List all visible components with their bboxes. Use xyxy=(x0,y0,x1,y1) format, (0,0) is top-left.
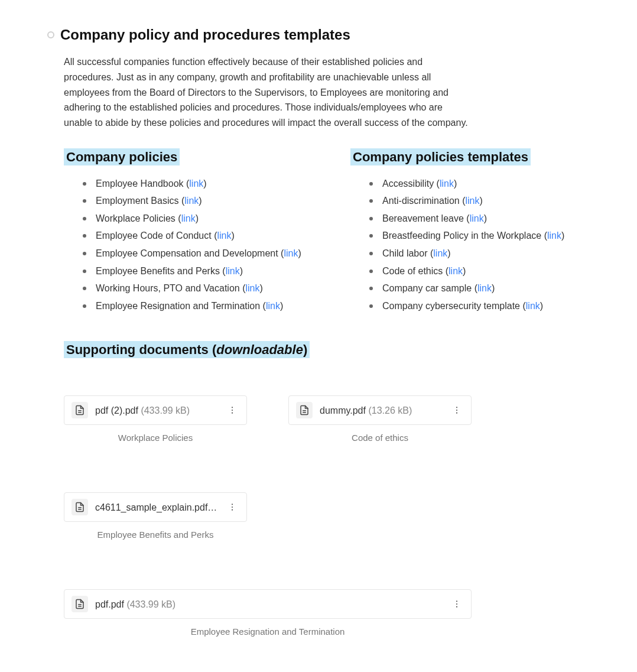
file-name: pdf.pdf (433.99 kB) xyxy=(95,597,443,612)
list-item-label: Employee Handbook xyxy=(96,178,186,189)
list-item: Code of ethics (link) xyxy=(369,264,590,279)
list-item-label: Employee Resignation and Termination xyxy=(96,301,263,311)
file-name: c4611_sample_explain.pdf (88.... xyxy=(95,500,218,515)
file-icon-wrap xyxy=(72,402,88,418)
file-menu-button[interactable] xyxy=(450,597,464,611)
file-size: (13.26 kB) xyxy=(368,405,412,415)
document-icon xyxy=(299,405,310,415)
list-item: Employee Handbook (link) xyxy=(83,176,303,191)
document-icon xyxy=(74,405,85,415)
list-item: Workplace Policies (link) xyxy=(83,211,303,226)
list-item: Employee Code of Conduct (link) xyxy=(83,228,303,244)
svg-point-18 xyxy=(456,603,457,605)
policy-link[interactable]: link xyxy=(181,213,196,223)
svg-point-8 xyxy=(456,410,457,411)
policy-link[interactable]: link xyxy=(547,231,561,241)
file-name: pdf (2).pdf (433.99 kB) xyxy=(95,403,218,418)
file-menu-button[interactable] xyxy=(450,403,464,417)
more-vertical-icon xyxy=(228,502,237,512)
document-icon xyxy=(74,502,85,512)
file-card[interactable]: pdf (2).pdf (433.99 kB) xyxy=(64,395,247,425)
policy-link[interactable]: link xyxy=(448,266,463,276)
policy-link[interactable]: link xyxy=(433,248,447,258)
heading-company-policies: Company policies xyxy=(64,148,180,165)
more-vertical-icon xyxy=(228,405,237,415)
more-vertical-icon xyxy=(452,599,462,609)
policy-link[interactable]: link xyxy=(477,283,492,293)
policy-link[interactable]: link xyxy=(245,283,259,293)
svg-point-4 xyxy=(232,413,233,414)
policy-link[interactable]: link xyxy=(189,178,203,189)
file-card[interactable]: dummy.pdf (13.26 kB) xyxy=(288,395,472,425)
policy-link[interactable]: link xyxy=(526,301,540,311)
policy-link[interactable]: link xyxy=(217,231,231,241)
list-item-label: Bereavement leave xyxy=(382,213,466,223)
list-item-label: Accessibility xyxy=(382,178,437,189)
svg-point-17 xyxy=(456,601,457,602)
document-icon xyxy=(74,599,85,609)
file-size: (433.99 kB) xyxy=(141,405,190,415)
policy-link[interactable]: link xyxy=(284,248,298,258)
list-item-label: Employee Compensation and Development xyxy=(96,248,281,258)
file-caption: Employee Resignation and Termination xyxy=(64,625,472,639)
list-item-label: Company cybersecurity template xyxy=(382,301,522,311)
policy-link[interactable]: link xyxy=(470,213,484,223)
policy-link[interactable]: link xyxy=(465,196,479,206)
list-item-label: Working Hours, PTO and Vacation xyxy=(96,283,242,293)
file-menu-button[interactable] xyxy=(225,500,239,514)
list-item: Bereavement leave (link) xyxy=(369,211,590,226)
list-item: Anti-discrimination (link) xyxy=(369,193,590,209)
file-block: pdf.pdf (433.99 kB) Employee Resignation… xyxy=(64,589,472,639)
page-title: Company policy and procedures templates xyxy=(60,24,350,46)
list-item: Breastfeeding Policy in the Workplace (l… xyxy=(369,228,590,244)
file-caption: Employee Benefits and Perks xyxy=(64,528,247,542)
policy-link[interactable]: link xyxy=(440,178,454,189)
list-item-label: Company car sample xyxy=(382,283,474,293)
supporting-head-post: ) xyxy=(303,342,307,357)
file-block: c4611_sample_explain.pdf (88.... Employe… xyxy=(64,492,247,542)
svg-point-3 xyxy=(232,410,233,411)
list-item: Company cybersecurity template (link) xyxy=(369,298,590,314)
supporting-head-italic: downloadable xyxy=(216,342,303,357)
list-item: Employee Benefits and Perks (link) xyxy=(83,264,303,279)
file-caption: Workplace Policies xyxy=(64,431,247,445)
file-icon-wrap xyxy=(72,499,88,515)
more-vertical-icon xyxy=(452,405,462,415)
list-item: Employee Compensation and Development (l… xyxy=(83,246,303,261)
list-item-label: Code of ethics xyxy=(382,266,446,276)
svg-point-14 xyxy=(232,509,233,511)
file-caption: Code of ethics xyxy=(288,431,472,445)
list-item-label: Employee Benefits and Perks xyxy=(96,266,222,276)
policy-link[interactable]: link xyxy=(226,266,240,276)
file-card[interactable]: pdf.pdf (433.99 kB) xyxy=(64,589,472,619)
file-size: (433.99 kB) xyxy=(126,599,176,609)
file-block: dummy.pdf (13.26 kB) Code of ethics xyxy=(288,395,472,445)
svg-point-2 xyxy=(232,407,233,408)
file-menu-button[interactable] xyxy=(225,403,239,417)
list-item-label: Workplace Policies xyxy=(96,213,178,223)
policy-link[interactable]: link xyxy=(184,196,199,206)
list-item-label: Employment Basics xyxy=(96,196,181,206)
svg-point-12 xyxy=(232,504,233,505)
heading-company-policies-templates: Company policies templates xyxy=(350,148,531,165)
file-card[interactable]: c4611_sample_explain.pdf (88.... xyxy=(64,492,247,522)
list-item: Company car sample (link) xyxy=(369,281,590,296)
list-item-label: Child labor xyxy=(382,248,430,258)
file-icon-wrap xyxy=(72,596,88,612)
list-item: Employee Resignation and Termination (li… xyxy=(83,298,303,314)
file-icon-wrap xyxy=(296,402,313,418)
svg-point-19 xyxy=(456,606,457,608)
list-item-label: Breastfeeding Policy in the Workplace xyxy=(382,231,544,241)
list-item: Working Hours, PTO and Vacation (link) xyxy=(83,281,303,296)
supporting-head-pre: Supporting documents ( xyxy=(66,342,216,357)
policy-link[interactable]: link xyxy=(266,301,280,311)
svg-point-7 xyxy=(456,407,457,408)
list-item: Employment Basics (link) xyxy=(83,193,303,209)
file-name: dummy.pdf (13.26 kB) xyxy=(320,403,443,418)
file-block: pdf (2).pdf (433.99 kB) Workplace Polici… xyxy=(64,395,247,445)
list-item: Child labor (link) xyxy=(369,246,590,261)
list-item: Accessibility (link) xyxy=(369,176,590,191)
list-item-label: Employee Code of Conduct xyxy=(96,231,214,241)
toggle-bullet[interactable] xyxy=(47,31,54,38)
heading-supporting-documents: Supporting documents (downloadable) xyxy=(64,339,590,360)
